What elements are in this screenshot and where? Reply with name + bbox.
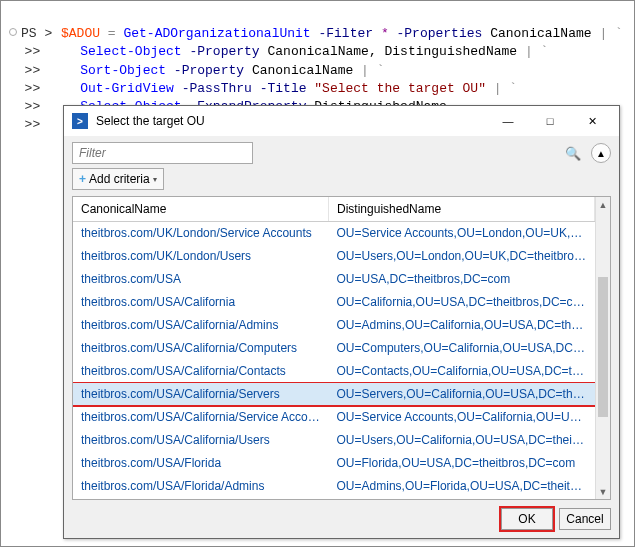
ps-prompt: PS > xyxy=(21,25,61,43)
minimize-button[interactable]: — xyxy=(487,107,529,135)
cell-distinguishedname[interactable]: OU=Service Accounts,OU=London,OU=UK,D... xyxy=(329,222,595,245)
gridview-dialog: > Select the target OU — □ ✕ 🔍 ▲ + Add c… xyxy=(63,105,620,539)
collapse-filter-button[interactable]: ▲ xyxy=(591,143,611,163)
add-criteria-button[interactable]: + Add criteria ▾ xyxy=(72,168,164,190)
dialog-titlebar[interactable]: > Select the target OU — □ ✕ xyxy=(64,106,619,136)
cell-canonicalname[interactable]: theitbros.com/USA/California/Admins xyxy=(73,314,329,337)
column-header-canonicalname[interactable]: CanonicalName xyxy=(73,197,329,222)
chevron-down-icon: ▾ xyxy=(153,175,157,184)
cell-canonicalname[interactable]: theitbros.com/USA/California/Users xyxy=(73,429,329,452)
data-grid: CanonicalName DistinguishedName theitbro… xyxy=(72,196,611,500)
table-row[interactable]: theitbros.com/USA/California/UsersOU=Use… xyxy=(73,429,595,452)
table-row[interactable]: theitbros.com/USA/California/ServersOU=S… xyxy=(73,383,595,406)
table-row[interactable]: theitbros.com/USA/California/Service Acc… xyxy=(73,406,595,429)
table-row[interactable]: theitbros.com/USA/Florida/ComputersOU=Co… xyxy=(73,498,595,501)
close-button[interactable]: ✕ xyxy=(571,107,613,135)
table-row[interactable]: theitbros.com/UK/London/UsersOU=Users,OU… xyxy=(73,245,595,268)
search-icon: 🔍 xyxy=(565,146,581,161)
cell-canonicalname[interactable]: theitbros.com/USA/Florida xyxy=(73,452,329,475)
cell-canonicalname[interactable]: theitbros.com/USA/Florida/Computers xyxy=(73,498,329,501)
cell-canonicalname[interactable]: theitbros.com/USA/California/Servers xyxy=(73,383,329,406)
table-row[interactable]: theitbros.com/USA/FloridaOU=Florida,OU=U… xyxy=(73,452,595,475)
filter-toolbar: 🔍 ▲ + Add criteria ▾ xyxy=(64,136,619,192)
cell-canonicalname[interactable]: theitbros.com/UK/London/Service Accounts xyxy=(73,222,329,245)
cell-canonicalname[interactable]: theitbros.com/USA/California/Computers xyxy=(73,337,329,360)
cell-canonicalname[interactable]: theitbros.com/UK/London/Users xyxy=(73,245,329,268)
cancel-button[interactable]: Cancel xyxy=(559,508,611,530)
scroll-up-icon[interactable]: ▲ xyxy=(596,197,610,212)
cell-canonicalname[interactable]: theitbros.com/USA/Florida/Admins xyxy=(73,475,329,498)
cell-distinguishedname[interactable]: OU=Computers,OU=California,OU=USA,DC=... xyxy=(329,337,595,360)
cell-distinguishedname[interactable]: OU=California,OU=USA,DC=theitbros,DC=com xyxy=(329,291,595,314)
table-row[interactable]: theitbros.com/USA/California/AdminsOU=Ad… xyxy=(73,314,595,337)
add-criteria-label: Add criteria xyxy=(89,172,150,186)
header-row: CanonicalName DistinguishedName xyxy=(73,197,595,222)
cell-canonicalname[interactable]: theitbros.com/USA xyxy=(73,268,329,291)
vertical-scrollbar[interactable]: ▲ ▼ xyxy=(595,197,610,499)
cell-distinguishedname[interactable]: OU=Users,OU=California,OU=USA,DC=theitb.… xyxy=(329,429,595,452)
table-row[interactable]: theitbros.com/USA/California/ComputersOU… xyxy=(73,337,595,360)
cell-distinguishedname[interactable]: OU=USA,DC=theitbros,DC=com xyxy=(329,268,595,291)
cell-distinguishedname[interactable]: OU=Contacts,OU=California,OU=USA,DC=th..… xyxy=(329,360,595,383)
column-header-distinguishedname[interactable]: DistinguishedName xyxy=(329,197,595,222)
dialog-title: Select the target OU xyxy=(96,114,487,128)
cell-distinguishedname[interactable]: OU=Admins,OU=Florida,OU=USA,DC=theitbr..… xyxy=(329,475,595,498)
filter-input[interactable] xyxy=(72,142,253,164)
plus-icon: + xyxy=(79,172,86,186)
table-row[interactable]: theitbros.com/USA/California/ContactsOU=… xyxy=(73,360,595,383)
cell-distinguishedname[interactable]: OU=Servers,OU=California,OU=USA,DC=theit… xyxy=(329,383,595,406)
cell-canonicalname[interactable]: theitbros.com/USA/California/Service Acc… xyxy=(73,406,329,429)
powershell-icon: > xyxy=(72,113,88,129)
cell-distinguishedname[interactable]: OU=Florida,OU=USA,DC=theitbros,DC=com xyxy=(329,452,595,475)
scroll-thumb[interactable] xyxy=(598,277,608,417)
cell-distinguishedname[interactable]: OU=Users,OU=London,OU=UK,DC=theitbros... xyxy=(329,245,595,268)
cell-distinguishedname[interactable]: OU=Computers,OU=Florida,OU=USA,DC=the... xyxy=(329,498,595,501)
cell-distinguishedname[interactable]: OU=Service Accounts,OU=California,OU=US.… xyxy=(329,406,595,429)
cell-canonicalname[interactable]: theitbros.com/USA/California/Contacts xyxy=(73,360,329,383)
table-row[interactable]: theitbros.com/UK/London/Service Accounts… xyxy=(73,222,595,245)
cell-distinguishedname[interactable]: OU=Admins,OU=California,OU=USA,DC=the... xyxy=(329,314,595,337)
table-row[interactable]: theitbros.com/USAOU=USA,DC=theitbros,DC=… xyxy=(73,268,595,291)
table-row[interactable]: theitbros.com/USA/Florida/AdminsOU=Admin… xyxy=(73,475,595,498)
cell-canonicalname[interactable]: theitbros.com/USA/California xyxy=(73,291,329,314)
scroll-down-icon[interactable]: ▼ xyxy=(596,484,610,499)
dialog-buttons: OK Cancel xyxy=(64,500,619,538)
table-row[interactable]: theitbros.com/USA/CaliforniaOU=Californi… xyxy=(73,291,595,314)
ok-button[interactable]: OK xyxy=(501,508,553,530)
maximize-button[interactable]: □ xyxy=(529,107,571,135)
